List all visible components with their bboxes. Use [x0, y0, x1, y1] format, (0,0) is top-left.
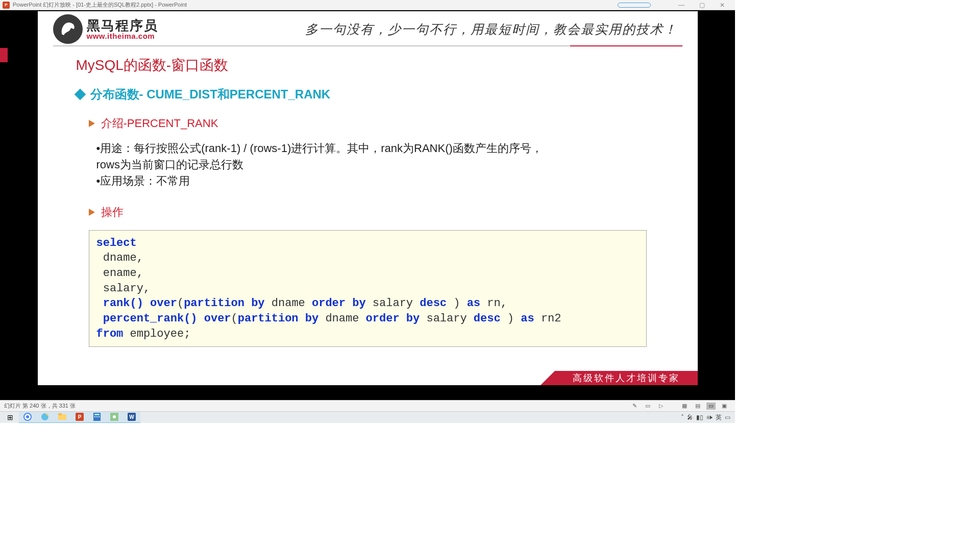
close-button[interactable]: ✕ — [712, 2, 732, 9]
svg-text:W: W — [129, 414, 134, 420]
code-line: dname, — [96, 251, 639, 266]
taskbar-app-icon[interactable] — [106, 412, 123, 423]
logo: 黑马程序员 www.itheima.com — [53, 14, 158, 44]
taskbar: ⊞ P W ˄ 🎤︎ ▮▯ 🕪 英 ▭ — [0, 411, 735, 423]
pen-tool-icon[interactable]: ✎ — [630, 403, 639, 410]
logo-url: www.itheima.com — [87, 32, 158, 40]
svg-text:P: P — [78, 414, 82, 420]
section-heading: 分布函数- CUME_DIST和PERCENT_RANK — [76, 86, 698, 103]
maximize-button[interactable]: ▢ — [692, 2, 712, 9]
play-icon[interactable]: ▷ — [656, 403, 666, 410]
slide-header: 黑马程序员 www.itheima.com 多一句没有，少一句不行，用最短时间，… — [38, 11, 698, 44]
subsection-intro: 介绍-PERCENT_RANK — [89, 116, 698, 131]
arrow-bullet-icon — [89, 120, 95, 127]
code-line: salary, — [96, 281, 639, 296]
window-title: PowerPoint 幻灯片放映 - [01-史上最全的SQL教程2.pptx]… — [13, 1, 187, 9]
desc-line-2: •应用场景：不常用 — [96, 173, 566, 189]
slideshow-view-icon[interactable]: ▣ — [720, 403, 729, 410]
titlebar: P PowerPoint 幻灯片放映 - [01-史上最全的SQL教程2.ppt… — [0, 0, 735, 10]
system-tray: ˄ 🎤︎ ▮▯ 🕪 英 ▭ — [681, 413, 733, 422]
taskbar-word-icon[interactable]: W — [123, 412, 140, 423]
code-line: from employee; — [96, 327, 639, 342]
footer-ribbon: 高级软件人才培训专家 — [555, 371, 698, 385]
subtitles-icon[interactable]: ▭ — [643, 403, 652, 410]
normal-view-icon[interactable]: ▦ — [680, 403, 689, 410]
recording-indicator[interactable] — [618, 3, 651, 8]
subsection-intro-text: 介绍-PERCENT_RANK — [101, 116, 218, 131]
svg-point-13 — [113, 415, 116, 418]
powerpoint-icon: P — [3, 2, 10, 9]
desc-line-1: •用途：每行按照公式(rank-1) / (rows-1)进行计算。其中，ran… — [96, 140, 566, 173]
description-block: •用途：每行按照公式(rank-1) / (rows-1)进行计算。其中，ran… — [96, 140, 566, 189]
subsection-operation: 操作 — [89, 205, 698, 220]
section-heading-text: 分布函数- CUME_DIST和PERCENT_RANK — [90, 86, 331, 103]
taskbar-calculator-icon[interactable] — [88, 412, 106, 423]
tray-battery-icon[interactable]: ▮▯ — [696, 414, 703, 421]
svg-point-1 — [26, 415, 29, 418]
tray-microphone-icon[interactable]: 🎤︎ — [687, 414, 693, 421]
tray-notifications-icon[interactable]: ▭ — [725, 414, 730, 421]
code-line: ename, — [96, 266, 639, 281]
svg-rect-8 — [94, 414, 100, 415]
svg-rect-4 — [58, 413, 62, 415]
reading-view-icon[interactable]: ▭ — [706, 403, 716, 410]
logo-icon — [53, 14, 83, 44]
svg-rect-10 — [96, 416, 97, 417]
taskbar-chrome-icon[interactable] — [19, 412, 36, 423]
tray-ime-icon[interactable]: 英 — [716, 413, 722, 422]
logo-text-cn: 黑马程序员 — [87, 19, 158, 32]
svg-rect-11 — [99, 416, 100, 417]
taskbar-browser-icon[interactable] — [36, 412, 54, 423]
arrow-bullet-icon — [89, 209, 95, 216]
tray-volume-icon[interactable]: 🕪 — [706, 414, 713, 421]
slide-title: MySQL的函数-窗口函数 — [76, 56, 698, 75]
slide-counter: 幻灯片 第 240 张，共 331 张 — [4, 402, 76, 410]
header-slogan: 多一句没有，少一句不行，用最短时间，教会最实用的技术！ — [158, 21, 682, 38]
sorter-view-icon[interactable]: ▤ — [693, 403, 702, 410]
tray-chevron-up-icon[interactable]: ˄ — [681, 414, 684, 421]
taskbar-explorer-icon[interactable] — [54, 412, 71, 423]
subsection-operation-text: 操作 — [101, 205, 124, 220]
code-line: percent_rank() over(partition by dname o… — [96, 311, 639, 327]
code-block: select dname, ename, salary, rank() over… — [89, 230, 647, 347]
minimize-button[interactable]: — — [671, 2, 692, 9]
header-divider — [53, 45, 682, 46]
diamond-bullet-icon — [74, 89, 86, 101]
taskbar-powerpoint-icon[interactable]: P — [71, 412, 88, 423]
svg-rect-9 — [94, 416, 95, 417]
code-line: rank() over(partition by dname order by … — [96, 296, 639, 311]
code-kw: select — [96, 237, 137, 249]
statusbar: 幻灯片 第 240 张，共 331 张 ✎ ▭ ▷ ▦ ▤ ▭ ▣ — [0, 400, 735, 411]
slideshow-stage[interactable]: 黑马程序员 www.itheima.com 多一句没有，少一句不行，用最短时间，… — [0, 10, 735, 400]
start-button[interactable]: ⊞ — [2, 412, 19, 423]
slide: 黑马程序员 www.itheima.com 多一句没有，少一句不行，用最短时间，… — [38, 11, 698, 385]
red-side-tab — [0, 48, 8, 62]
